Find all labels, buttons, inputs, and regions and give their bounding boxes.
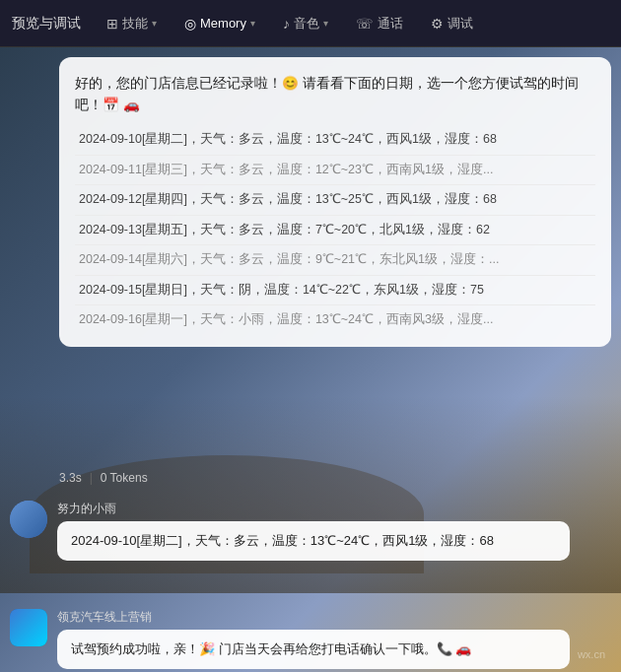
memory-icon: ◎	[184, 16, 196, 32]
user-message-row: 努力的小雨 2024-09-10[星期二]，天气：多云，温度：13℃~24℃，西…	[0, 501, 611, 561]
user-message-col: 努力的小雨 2024-09-10[星期二]，天气：多云，温度：13℃~24℃，西…	[57, 501, 601, 561]
nav-label-debug: 调试	[448, 15, 473, 33]
nav-item-debug[interactable]: ⚙ 调试	[421, 11, 483, 36]
top-nav: 预览与调试 ⊞ 技能 ▾ ◎ Memory ▾ ♪ 音色 ▾ ☏ 通话 ⚙ 调试	[0, 0, 621, 47]
weather-item-5: 2024-09-15[星期日]，天气：阴，温度：14℃~22℃，东风1级，湿度：…	[75, 276, 595, 306]
skills-icon: ⊞	[106, 16, 118, 32]
nav-label-memory: Memory	[200, 16, 246, 31]
call-icon: ☏	[356, 16, 374, 32]
token-bar: 3.3s | 0 Tokens	[59, 471, 148, 485]
response-time: 3.3s	[59, 471, 82, 485]
chevron-down-icon-audio: ▾	[323, 18, 328, 29]
chevron-down-icon-memory: ▾	[250, 18, 255, 29]
chat-intro-text: 好的，您的门店信息已经记录啦！😊 请看看下面的日期，选一个您方便试驾的时间吧！📅…	[75, 73, 595, 115]
bot-avatar-image	[10, 609, 47, 646]
chevron-down-icon: ▾	[152, 18, 157, 29]
avatar-bot	[10, 609, 47, 646]
nav-title: 预览与调试	[12, 15, 81, 33]
nav-label-audio: 音色	[294, 15, 319, 33]
watermark-text: wx.cn	[578, 648, 605, 660]
content-area: 好的，您的门店信息已经记录啦！😊 请看看下面的日期，选一个您方便试驾的时间吧！📅…	[0, 47, 621, 672]
user-bubble: 2024-09-10[星期二]，天气：多云，温度：13℃~24℃，西风1级，湿度…	[57, 521, 570, 561]
weather-item-6: 2024-09-16[星期一]，天气：小雨，温度：13℃~24℃，西南风3级，湿…	[75, 305, 595, 335]
bot-message-col: 领克汽车线上营销 试驾预约成功啦，亲！🎉 门店当天会再给您打电话确认一下哦。📞 …	[57, 609, 601, 669]
weather-list: 2024-09-10[星期二]，天气：多云，温度：13℃~24℃，西风1级，湿度…	[75, 125, 595, 335]
nav-label-skills: 技能	[122, 15, 148, 33]
nav-label-call: 通话	[378, 15, 403, 33]
bot-bubble: 试驾预约成功啦，亲！🎉 门店当天会再给您打电话确认一下哦。📞 🚗	[57, 630, 570, 669]
bot-message-row: 领克汽车线上营销 试驾预约成功啦，亲！🎉 门店当天会再给您打电话确认一下哦。📞 …	[0, 609, 611, 669]
user-name: 努力的小雨	[57, 501, 601, 517]
bot-name: 领克汽车线上营销	[57, 609, 601, 626]
weather-item-3: 2024-09-13[星期五]，天气：多云，温度：7℃~20℃，北风1级，湿度：…	[75, 216, 595, 246]
avatar-user	[10, 501, 47, 538]
nav-item-audio[interactable]: ♪ 音色 ▾	[273, 11, 338, 36]
watermark: wx.cn	[578, 648, 605, 660]
weather-item-2: 2024-09-12[星期四]，天气：多云，温度：13℃~25℃，西风1级，湿度…	[75, 185, 595, 216]
weather-item-0: 2024-09-10[星期二]，天气：多云，温度：13℃~24℃，西风1级，湿度…	[75, 125, 595, 156]
nav-item-memory[interactable]: ◎ Memory ▾	[174, 12, 265, 35]
token-count: 0 Tokens	[101, 471, 148, 485]
weather-item-1: 2024-09-11[星期三]，天气：多云，温度：12℃~23℃，西南风1级，湿…	[75, 156, 595, 186]
nav-item-skills[interactable]: ⊞ 技能 ▾	[97, 11, 167, 36]
weather-item-4: 2024-09-14[星期六]，天气：多云，温度：9℃~21℃，东北风1级，湿度…	[75, 245, 595, 276]
chat-panel: 好的，您的门店信息已经记录啦！😊 请看看下面的日期，选一个您方便试驾的时间吧！📅…	[59, 57, 611, 347]
nav-item-call[interactable]: ☏ 通话	[346, 11, 413, 36]
user-avatar-image	[10, 501, 47, 538]
audio-icon: ♪	[283, 16, 290, 32]
token-separator: |	[90, 471, 93, 485]
debug-icon: ⚙	[431, 16, 444, 32]
